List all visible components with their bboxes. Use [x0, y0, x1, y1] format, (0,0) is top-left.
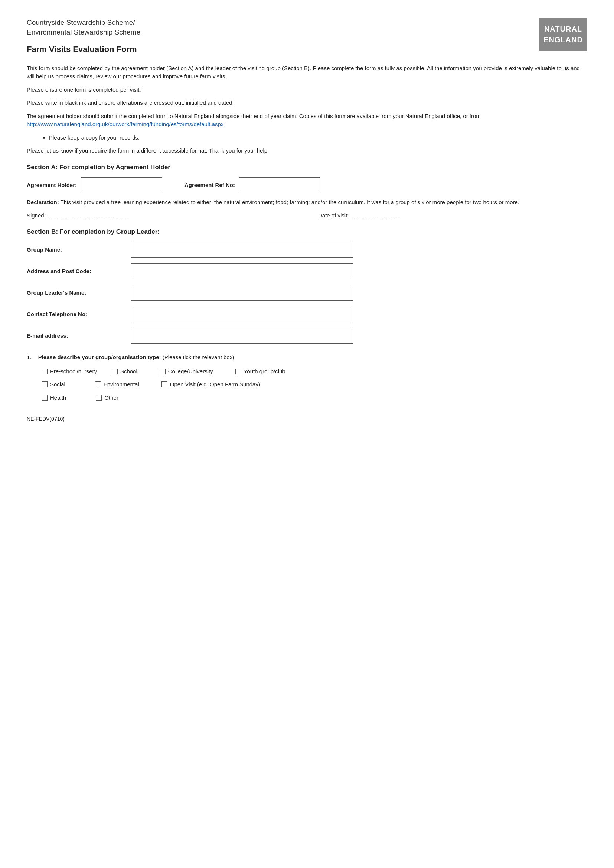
checkbox-environmental[interactable]: Environmental — [95, 380, 139, 389]
intro-para2: Please ensure one form is completed per … — [27, 86, 587, 94]
address-input[interactable] — [131, 264, 354, 279]
form-title: Farm Visits Evaluation Form — [27, 43, 140, 55]
page-header: Countryside Stewardship Scheme/ Environm… — [27, 18, 587, 55]
group-name-input[interactable] — [131, 242, 354, 257]
group-leader-input[interactable] — [131, 285, 354, 301]
group-name-label: Group Name: — [27, 246, 131, 254]
checkbox-row-3: Health Other — [42, 394, 587, 402]
checkbox-other[interactable]: Other — [96, 394, 118, 402]
checkbox-preschool-box[interactable] — [42, 369, 48, 374]
checkbox-preschool-label: Pre-school/nursery — [50, 367, 97, 375]
checkbox-open-visit-box[interactable] — [161, 381, 167, 388]
bullet-item-1: Please keep a copy for your records. — [49, 133, 587, 142]
footer-ref: NE-FEDV(0710) — [27, 415, 587, 423]
question-normal-text: (Please tick the relevant box) — [161, 354, 235, 360]
intro-para4: The agreement holder should submit the c… — [27, 112, 587, 129]
checkbox-youth-box[interactable] — [236, 369, 241, 374]
address-row: Address and Post Code: — [27, 264, 587, 279]
question-bold-text: Please describe your group/organisation … — [38, 354, 161, 360]
natural-england-logo: NATURAL ENGLAND — [539, 18, 587, 51]
checkbox-preschool[interactable]: Pre-school/nursery — [42, 367, 97, 375]
checkbox-school-label: School — [120, 367, 137, 375]
checkbox-college-label: College/University — [168, 367, 213, 375]
checkbox-youth-label: Youth group/club — [244, 367, 285, 375]
checkbox-social[interactable]: Social — [42, 380, 65, 389]
section-b-heading: Section B: For completion by Group Leade… — [27, 228, 587, 237]
section-b: Section B: For completion by Group Leade… — [27, 228, 587, 344]
intro-section: This form should be completed by the agr… — [27, 64, 587, 155]
email-input[interactable] — [131, 328, 354, 344]
checkbox-college-box[interactable] — [160, 369, 166, 374]
telephone-label: Contact Telephone No: — [27, 310, 131, 318]
checkbox-environmental-label: Environmental — [104, 380, 139, 389]
agreement-holder-row: Agreement Holder: Agreement Ref No: — [27, 177, 587, 193]
section-a-heading: Section A: For completion by Agreement H… — [27, 163, 587, 172]
header-subtitle-line1: Countryside Stewardship Scheme/ Environm… — [27, 18, 140, 37]
question-number: 1. — [27, 354, 31, 360]
question-1-label: 1. Please describe your group/organisati… — [27, 353, 587, 361]
intro-para3: Please write in black ink and ensure alt… — [27, 99, 587, 107]
signed-row: Signed: ................................… — [27, 212, 587, 220]
question-1-section: 1. Please describe your group/organisati… — [27, 353, 587, 402]
checkbox-health-box[interactable] — [42, 395, 48, 401]
checkbox-youth[interactable]: Youth group/club — [236, 367, 285, 375]
checkbox-school-box[interactable] — [112, 369, 118, 374]
checkbox-other-label: Other — [104, 394, 118, 402]
signed-label: Signed: ................................… — [27, 212, 296, 220]
agreement-ref-label: Agreement Ref No: — [185, 181, 235, 189]
group-name-row: Group Name: — [27, 242, 587, 257]
telephone-row: Contact Telephone No: — [27, 307, 587, 322]
date-label: Date of visit:..........................… — [318, 212, 587, 220]
checkbox-social-box[interactable] — [42, 381, 48, 388]
checkbox-other-box[interactable] — [96, 395, 102, 401]
email-row: E-mail address: — [27, 328, 587, 344]
checkbox-college[interactable]: College/University — [160, 367, 213, 375]
address-label: Address and Post Code: — [27, 267, 131, 275]
checkbox-grid: Pre-school/nursery School College/Univer… — [42, 367, 587, 402]
checkbox-row-1: Pre-school/nursery School College/Univer… — [42, 367, 587, 375]
intro-link[interactable]: http://www.naturalengland.org.uk/ourwork… — [27, 121, 223, 127]
agreement-holder-label: Agreement Holder: — [27, 181, 77, 189]
agreement-ref-input[interactable] — [239, 177, 320, 193]
checkbox-school[interactable]: School — [112, 367, 137, 375]
checkbox-health-label: Health — [50, 394, 66, 402]
checkbox-open-visit-label: Open Visit (e.g. Open Farm Sunday) — [170, 380, 260, 389]
declaration-text: Declaration: This visit provided a free … — [27, 198, 587, 206]
header-titles: Countryside Stewardship Scheme/ Environm… — [27, 18, 140, 55]
telephone-input[interactable] — [131, 307, 354, 322]
checkbox-open-visit[interactable]: Open Visit (e.g. Open Farm Sunday) — [161, 380, 260, 389]
group-leader-row: Group Leader's Name: — [27, 285, 587, 301]
checkbox-social-label: Social — [50, 380, 65, 389]
agreement-holder-input[interactable] — [81, 177, 162, 193]
intro-para5: Please let us know if you require the fo… — [27, 147, 587, 155]
checkbox-health[interactable]: Health — [42, 394, 66, 402]
checkbox-environmental-box[interactable] — [95, 381, 101, 388]
email-label: E-mail address: — [27, 332, 131, 340]
checkbox-row-2: Social Environmental Open Visit (e.g. Op… — [42, 380, 587, 389]
group-leader-label: Group Leader's Name: — [27, 289, 131, 297]
intro-para1: This form should be completed by the agr… — [27, 64, 587, 81]
section-a: Section A: For completion by Agreement H… — [27, 163, 587, 219]
bullet-list: Please keep a copy for your records. — [49, 133, 587, 142]
